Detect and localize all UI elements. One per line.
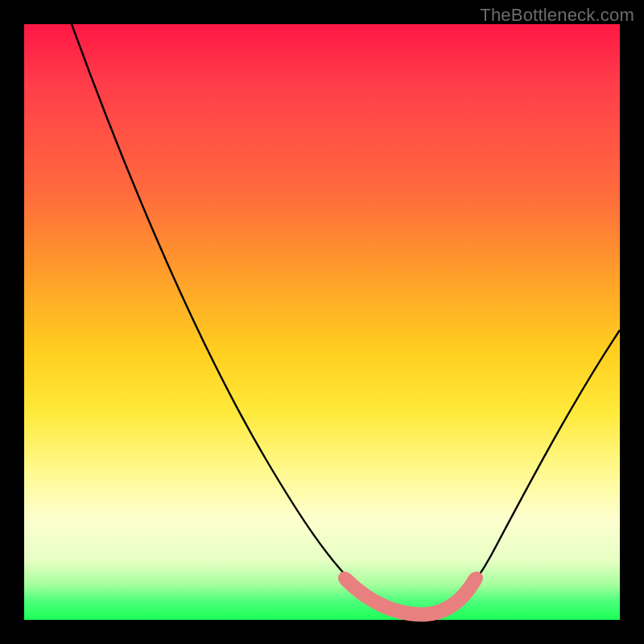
highlight-dot <box>470 572 483 584</box>
chart-frame: TheBottleneck.com <box>0 0 644 644</box>
bottleneck-curve <box>72 24 620 614</box>
curve-group <box>72 24 620 614</box>
watermark-text: TheBottleneck.com <box>480 5 634 26</box>
highlight-dot <box>338 572 351 584</box>
chart-svg <box>24 24 620 620</box>
highlight-band <box>346 580 475 614</box>
chart-plot-area <box>24 24 620 620</box>
